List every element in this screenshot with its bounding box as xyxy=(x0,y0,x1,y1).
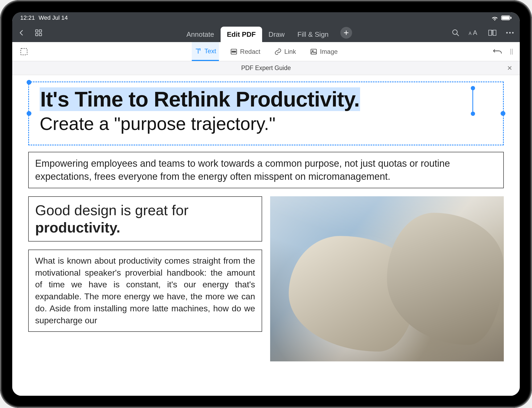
book-icon[interactable] xyxy=(488,29,497,36)
screen: 12:21 Wed Jul 14 xyxy=(12,12,520,396)
body-text-block[interactable]: What is known about productivity comes s… xyxy=(28,250,262,332)
mode-tabs: Annotate Edit PDF Draw Fill & Sign xyxy=(180,23,352,42)
tab-draw[interactable]: Draw xyxy=(262,27,291,42)
undo-icon[interactable] xyxy=(493,48,502,55)
architecture-image[interactable] xyxy=(270,196,504,361)
document-canvas[interactable]: It's Time to Rethink Productivity. Creat… xyxy=(12,75,520,396)
tool-redact[interactable]: Redact xyxy=(227,42,263,61)
svg-rect-3 xyxy=(36,30,38,32)
edit-toolbar: Text Redact Link Image xyxy=(12,42,520,61)
grid-icon[interactable] xyxy=(35,29,43,37)
intro-text: Empowering employees and teams to work t… xyxy=(35,158,450,182)
tool-label: Redact xyxy=(240,48,260,55)
resize-handle-icon[interactable] xyxy=(27,111,31,116)
status-time: 12:21 xyxy=(20,14,35,21)
tab-fill-sign[interactable]: Fill & Sign xyxy=(291,27,335,42)
status-bar: 12:21 Wed Jul 14 xyxy=(12,12,520,23)
tool-label: Link xyxy=(284,48,296,55)
history-handle-icon[interactable] xyxy=(510,48,513,55)
file-title-bar: PDF Expert Guide ✕ xyxy=(12,61,520,75)
search-icon[interactable] xyxy=(452,29,460,37)
tool-link[interactable]: Link xyxy=(271,42,299,61)
marquee-select-icon[interactable] xyxy=(19,46,29,57)
tool-image[interactable]: Image xyxy=(307,42,340,61)
wifi-icon xyxy=(491,15,498,21)
svg-text:A: A xyxy=(473,29,477,36)
tool-label: Text xyxy=(204,47,216,55)
file-title: PDF Expert Guide xyxy=(241,64,291,72)
top-toolbar: Annotate Edit PDF Draw Fill & Sign AA xyxy=(12,23,520,42)
text-caret-icon[interactable] xyxy=(472,88,473,114)
svg-rect-13 xyxy=(21,48,27,55)
design-heading-text: Good design is great for xyxy=(35,202,188,218)
svg-point-11 xyxy=(509,32,511,34)
edit-tool-group: Text Redact Link Image xyxy=(192,42,340,61)
two-column-layout: Good design is great for productivity. W… xyxy=(28,196,504,361)
design-heading-strong: productivity. xyxy=(35,219,120,235)
body-text: What is known about productivity comes s… xyxy=(35,256,255,325)
tab-annotate[interactable]: Annotate xyxy=(180,27,220,42)
back-button[interactable] xyxy=(18,29,25,36)
svg-point-12 xyxy=(512,32,514,34)
tab-label: Draw xyxy=(269,30,285,39)
resize-handle-icon[interactable] xyxy=(501,111,505,116)
battery-icon xyxy=(501,15,512,20)
tool-text[interactable]: Text xyxy=(192,42,219,61)
text-edit-selection[interactable]: It's Time to Rethink Productivity. Creat… xyxy=(28,81,504,145)
svg-rect-2 xyxy=(510,17,512,19)
more-icon[interactable] xyxy=(506,32,514,34)
intro-text-block[interactable]: Empowering employees and teams to work t… xyxy=(28,152,504,188)
svg-point-10 xyxy=(506,32,508,34)
ipad-frame: 12:21 Wed Jul 14 xyxy=(0,0,532,408)
tab-label: Fill & Sign xyxy=(298,30,329,39)
tab-label: Annotate xyxy=(186,30,214,39)
resize-handle-icon[interactable] xyxy=(27,80,31,85)
design-heading-block[interactable]: Good design is great for productivity. xyxy=(28,196,262,242)
svg-rect-15 xyxy=(232,51,236,52)
svg-text:A: A xyxy=(469,31,472,36)
svg-rect-16 xyxy=(311,49,316,54)
tab-edit-pdf[interactable]: Edit PDF xyxy=(221,27,262,42)
subheadline-text[interactable]: Create a "purpose trajectory." xyxy=(40,113,492,134)
tool-label: Image xyxy=(320,48,338,55)
status-date: Wed Jul 14 xyxy=(39,14,68,21)
svg-rect-1 xyxy=(502,16,509,19)
add-tab-button[interactable] xyxy=(340,27,352,39)
svg-rect-6 xyxy=(39,34,42,36)
svg-rect-4 xyxy=(39,30,42,32)
svg-rect-5 xyxy=(36,34,38,36)
close-file-button[interactable]: ✕ xyxy=(507,64,512,72)
text-size-icon[interactable]: AA xyxy=(469,29,479,36)
tab-label: Edit PDF xyxy=(227,30,256,39)
headline-text[interactable]: It's Time to Rethink Productivity. xyxy=(40,87,360,111)
